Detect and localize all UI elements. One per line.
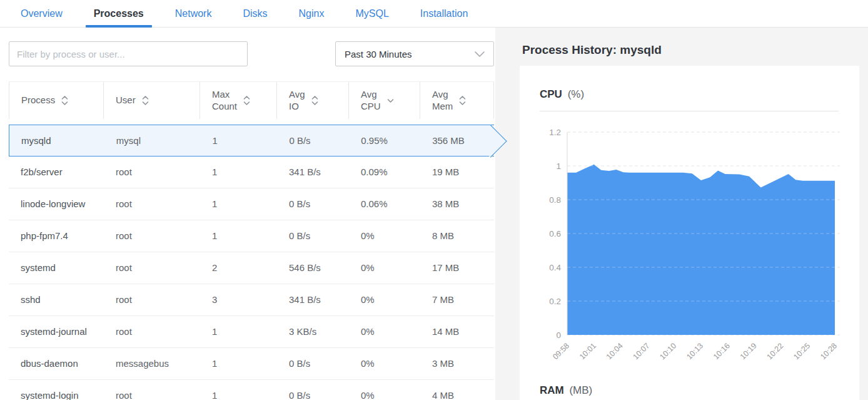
cpu-area-chart: 00.20.40.60.811.209:5810:0110:0410:0710:… xyxy=(540,118,859,371)
process-name: php-fpm7.4 xyxy=(9,220,104,252)
table-row-systemd[interactable]: systemd root 2 546 B/s 0% 17 MB xyxy=(9,252,494,284)
process-avg-mem: 14 MB xyxy=(420,316,494,347)
divider xyxy=(540,111,839,111)
tab-disks[interactable]: Disks xyxy=(235,0,275,27)
process-user: root xyxy=(104,188,200,220)
process-name: mysqld xyxy=(9,125,104,156)
process-avg-io: 0 B/s xyxy=(277,220,349,252)
tab-processes[interactable]: Processes xyxy=(86,0,152,27)
tab-label: Nginx xyxy=(299,8,325,19)
process-name: sshd xyxy=(9,284,104,315)
tab-installation[interactable]: Installation xyxy=(412,0,477,27)
process-avg-cpu: 0% xyxy=(349,284,420,315)
process-avg-cpu: 0% xyxy=(349,252,420,284)
process-avg-cpu: 0% xyxy=(349,348,420,379)
process-max-count: 1 xyxy=(201,125,278,156)
svg-text:10:22: 10:22 xyxy=(765,341,785,361)
process-max-count: 1 xyxy=(200,348,277,379)
process-filter-input[interactable] xyxy=(9,41,248,66)
process-max-count: 3 xyxy=(200,284,277,315)
process-max-count: 1 xyxy=(200,380,277,400)
process-table: Process User Max Count Avg IO Avg CPU Av… xyxy=(9,81,494,400)
svg-text:0.8: 0.8 xyxy=(549,195,561,205)
process-max-count: 1 xyxy=(200,156,277,188)
tab-network[interactable]: Network xyxy=(167,0,220,27)
process-avg-mem: 38 MB xyxy=(420,188,494,220)
table-row-php-fpm7-4[interactable]: php-fpm7.4 root 1 0 B/s 0% 8 MB xyxy=(9,220,494,252)
table-row-linode-longview[interactable]: linode-longview root 1 0 B/s 0.06% 38 MB xyxy=(9,188,494,220)
process-user: root xyxy=(104,380,200,400)
time-range-select[interactable]: Past 30 Minutes xyxy=(335,41,494,66)
column-header-process[interactable]: Process xyxy=(9,82,104,119)
process-avg-mem: 19 MB xyxy=(420,156,494,188)
tab-mysql[interactable]: MySQL xyxy=(347,0,396,27)
process-max-count: 1 xyxy=(200,220,277,252)
tab-bar: OverviewProcessesNetworkDisksNginxMySQLI… xyxy=(0,0,868,28)
process-avg-io: 0 B/s xyxy=(277,348,349,379)
process-max-count: 1 xyxy=(200,188,277,220)
sort-desc-icon xyxy=(387,98,394,103)
tab-overview[interactable]: Overview xyxy=(13,0,71,27)
process-avg-io: 0 B/s xyxy=(277,188,349,220)
process-avg-cpu: 0.95% xyxy=(349,125,420,156)
process-user: root xyxy=(104,252,200,284)
tab-label: Installation xyxy=(420,8,468,19)
process-user: root xyxy=(104,284,200,315)
column-header-avg-mem[interactable]: Avg Mem xyxy=(420,82,494,119)
column-label: Avg Mem xyxy=(432,89,453,113)
svg-text:10:10: 10:10 xyxy=(658,341,678,361)
process-avg-mem: 8 MB xyxy=(420,220,494,252)
tab-nginx[interactable]: Nginx xyxy=(291,0,333,27)
process-user: root xyxy=(104,220,200,252)
process-avg-cpu: 0.06% xyxy=(349,188,420,220)
svg-text:0.4: 0.4 xyxy=(549,263,561,272)
svg-text:0.6: 0.6 xyxy=(549,229,561,238)
svg-text:10:16: 10:16 xyxy=(712,341,732,361)
process-avg-cpu: 0.09% xyxy=(349,156,420,188)
process-avg-cpu: 0% xyxy=(349,220,420,252)
tab-label: Processes xyxy=(94,8,144,19)
process-avg-mem: 3 MB xyxy=(420,348,494,379)
table-body: mysqld mysql 1 0 B/s 0.95% 356 MB f2b/se… xyxy=(9,125,494,400)
filter-row: Past 30 Minutes xyxy=(9,41,494,66)
svg-text:10:28: 10:28 xyxy=(819,341,839,361)
svg-text:10:25: 10:25 xyxy=(792,341,812,361)
table-row-f2b-server[interactable]: f2b/server root 1 341 B/s 0.09% 19 MB xyxy=(9,156,494,188)
tab-label: MySQL xyxy=(355,8,388,19)
svg-text:10:04: 10:04 xyxy=(605,341,625,361)
process-avg-mem: 7 MB xyxy=(420,284,494,315)
process-name: f2b/server xyxy=(9,156,104,188)
svg-text:0.2: 0.2 xyxy=(549,297,561,306)
process-name: systemd-login xyxy=(9,380,104,400)
process-max-count: 1 xyxy=(200,316,277,347)
table-row-systemd-journal[interactable]: systemd-journal root 1 3 KB/s 0% 14 MB xyxy=(9,316,494,348)
process-max-count: 2 xyxy=(200,252,277,284)
table-row-systemd-login[interactable]: systemd-login root 1 0 B/s 0% 4 MB xyxy=(9,380,494,400)
ram-label: RAM xyxy=(540,384,564,396)
process-avg-io: 0 B/s xyxy=(277,125,349,156)
table-row-dbus-daemon[interactable]: dbus-daemon messagebus 1 0 B/s 0% 3 MB xyxy=(9,348,494,380)
process-user: root xyxy=(104,316,200,347)
column-label: Max Count xyxy=(212,89,237,113)
ram-unit: (MB) xyxy=(569,384,592,396)
time-range-value: Past 30 Minutes xyxy=(345,49,412,59)
svg-text:1: 1 xyxy=(556,162,561,171)
column-header-avg-io[interactable]: Avg IO xyxy=(277,82,349,119)
column-header-user[interactable]: User xyxy=(104,82,200,119)
column-header-max-count[interactable]: Max Count xyxy=(200,82,277,119)
table-row-mysqld[interactable]: mysqld mysql 1 0 B/s 0.95% 356 MB xyxy=(9,125,494,156)
process-name: systemd xyxy=(9,252,104,284)
process-avg-mem: 4 MB xyxy=(420,380,494,400)
tab-label: Disks xyxy=(243,8,267,19)
column-header-avg-cpu[interactable]: Avg CPU xyxy=(349,82,420,119)
process-user: mysql xyxy=(104,125,201,156)
table-row-sshd[interactable]: sshd root 3 341 B/s 0% 7 MB xyxy=(9,284,494,316)
cpu-label: CPU xyxy=(540,88,562,100)
chevron-down-icon xyxy=(475,51,485,57)
svg-text:10:13: 10:13 xyxy=(685,341,705,361)
table-header: Process User Max Count Avg IO Avg CPU Av… xyxy=(9,81,494,119)
process-name: linode-longview xyxy=(9,188,104,220)
cpu-chart-heading: CPU (%) xyxy=(540,88,859,101)
process-user: messagebus xyxy=(104,348,200,379)
process-name: systemd-journal xyxy=(9,316,104,347)
